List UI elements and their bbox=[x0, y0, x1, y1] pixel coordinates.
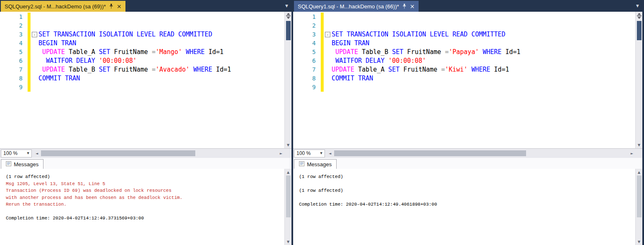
code-line[interactable]: 6 WAITFOR DELAY '00:00:08' bbox=[293, 57, 635, 65]
code-editor[interactable]: 123-SET TRANSACTION ISOLATION LEVEL READ… bbox=[293, 12, 642, 148]
code-line[interactable]: 4BEGIN TRAN bbox=[0, 39, 284, 48]
close-icon[interactable]: × bbox=[117, 3, 122, 9]
scrollbar-thumb[interactable] bbox=[286, 175, 291, 217]
document-tabstrip: SQLQuery2.sql - M...hackDemo (sa (69))* … bbox=[0, 0, 291, 12]
scrollbar-thumb[interactable] bbox=[637, 21, 641, 40]
code-line[interactable]: 7 UPDATE Table_B SET FruitName ='Avacado… bbox=[0, 65, 284, 74]
outline-margin bbox=[324, 39, 332, 48]
scroll-down-arrow[interactable]: ▼ bbox=[285, 142, 291, 148]
scroll-right-arrow[interactable]: ► bbox=[629, 149, 635, 158]
scrollbar-track[interactable] bbox=[285, 40, 291, 142]
scrollbar-track[interactable] bbox=[636, 40, 642, 142]
zoom-selector[interactable]: 100 % ▼ bbox=[294, 150, 325, 157]
code-token: SET TRANSACTION ISOLATION LEVEL READ COM… bbox=[38, 31, 212, 38]
ssms-window: SQLQuery2.sql - M...hackDemo (sa (69))* … bbox=[0, 0, 644, 245]
code-token: WAITFOR DELAY bbox=[335, 57, 384, 64]
code-line[interactable]: 2 bbox=[0, 21, 284, 30]
editor-horizontal-scrollbar[interactable]: ◄ ► bbox=[327, 149, 635, 158]
code-line[interactable]: 8COMMIT TRAN bbox=[293, 74, 635, 83]
code-line[interactable]: 4BEGIN TRAN bbox=[293, 39, 635, 48]
outline-margin bbox=[31, 21, 38, 30]
collapse-region-toggle[interactable]: - bbox=[325, 32, 330, 37]
line-number: 4 bbox=[0, 39, 28, 48]
code-line[interactable]: 5 UPDATE Table_A SET FruitName ='Mango' … bbox=[0, 48, 284, 57]
tab-list-chevron-icon[interactable]: ▼ bbox=[636, 4, 639, 8]
tab-messages[interactable]: Messages bbox=[1, 159, 43, 169]
messages-vertical-scrollbar[interactable]: ▲ ▼ bbox=[284, 169, 291, 245]
zoom-selector[interactable]: 100 % ▼ bbox=[1, 150, 32, 157]
code-line[interactable]: 8COMMIT TRAN bbox=[0, 74, 284, 83]
line-number: 3 bbox=[293, 30, 321, 39]
change-tracking-bar bbox=[321, 48, 324, 57]
code-lines[interactable]: 123-SET TRANSACTION ISOLATION LEVEL READ… bbox=[293, 12, 635, 148]
line-number: 5 bbox=[0, 48, 28, 57]
code-token bbox=[468, 66, 471, 73]
messages-panel: (1 row affected) (1 row affected) Comple… bbox=[293, 169, 642, 245]
outline-margin bbox=[324, 57, 332, 65]
code-line[interactable]: 3-SET TRANSACTION ISOLATION LEVEL READ C… bbox=[0, 30, 284, 39]
scroll-left-arrow[interactable]: ◄ bbox=[33, 149, 40, 158]
code-line[interactable]: 5 UPDATE Table_B SET FruitName ='Papaya'… bbox=[293, 48, 635, 57]
code-line[interactable]: 2 bbox=[293, 21, 635, 30]
scroll-up-arrow[interactable]: ▲ bbox=[285, 169, 291, 175]
splitter-grip-icon[interactable] bbox=[286, 12, 291, 20]
scrollbar-track[interactable] bbox=[40, 149, 278, 158]
code-line[interactable]: 3-SET TRANSACTION ISOLATION LEVEL READ C… bbox=[293, 30, 635, 39]
collapse-region-toggle[interactable]: - bbox=[32, 32, 37, 37]
pin-icon[interactable] bbox=[109, 4, 113, 9]
change-tracking-bar bbox=[321, 65, 324, 74]
document-tabstrip: SQLQuery1.sql - M...hackDemo (sa (66))* … bbox=[293, 0, 642, 12]
editor-bottom-bar: 100 % ▼ ◄ ► bbox=[0, 148, 291, 158]
code-token: '00:00:08' bbox=[388, 57, 426, 64]
tab-list-chevron-icon[interactable]: ▼ bbox=[285, 4, 288, 8]
outline-margin bbox=[31, 65, 38, 74]
pin-icon[interactable] bbox=[402, 4, 406, 9]
messages-vertical-scrollbar[interactable]: ▲ ▼ bbox=[635, 169, 642, 245]
code-line[interactable]: 9 bbox=[293, 83, 635, 92]
code-editor[interactable]: 123-SET TRANSACTION ISOLATION LEVEL READ… bbox=[0, 12, 291, 148]
outline-margin bbox=[324, 65, 332, 74]
document-tab-sqlquery1[interactable]: SQLQuery1.sql - M...hackDemo (sa (66))* … bbox=[294, 1, 419, 12]
query-pane-right: SQLQuery1.sql - M...hackDemo (sa (66))* … bbox=[293, 0, 642, 245]
message-line: (1 row affected) bbox=[6, 173, 284, 181]
code-line[interactable]: 7UPDATE Table_A SET FruitName ='Kiwi' WH… bbox=[293, 65, 635, 74]
close-icon[interactable]: × bbox=[410, 3, 415, 9]
scrollbar-thumb[interactable] bbox=[334, 150, 526, 156]
messages-content: (1 row affected)Msg 1205, Level 13, Stat… bbox=[0, 169, 284, 245]
scroll-down-arrow[interactable]: ▼ bbox=[636, 238, 642, 245]
scrollbar-track[interactable] bbox=[333, 149, 629, 158]
editor-vertical-scrollbar[interactable]: ▼ bbox=[635, 12, 642, 148]
line-number: 6 bbox=[0, 57, 28, 65]
tab-messages[interactable]: Messages bbox=[294, 159, 337, 169]
document-tab-title: SQLQuery1.sql - M...hackDemo (sa (66))* bbox=[298, 3, 399, 10]
editor-vertical-scrollbar[interactable]: ▼ bbox=[284, 12, 291, 148]
code-lines[interactable]: 123-SET TRANSACTION ISOLATION LEVEL READ… bbox=[0, 12, 284, 148]
code-text: BEGIN TRAN bbox=[332, 39, 369, 48]
code-token: = bbox=[445, 48, 449, 56]
scrollbar-thumb[interactable] bbox=[41, 150, 195, 156]
splitter-grip-icon[interactable] bbox=[637, 12, 641, 20]
code-text: SET TRANSACTION ISOLATION LEVEL READ COM… bbox=[332, 30, 505, 39]
code-text: UPDATE Table_A SET FruitName ='Mango' WH… bbox=[38, 48, 224, 57]
editor-horizontal-scrollbar[interactable]: ◄ ► bbox=[33, 149, 284, 158]
scrollbar-track[interactable] bbox=[285, 217, 291, 238]
scrollbar-thumb[interactable] bbox=[637, 175, 641, 217]
scroll-right-arrow[interactable]: ► bbox=[278, 149, 284, 158]
code-line[interactable]: 9 bbox=[0, 83, 284, 92]
code-line[interactable]: 1 bbox=[0, 13, 284, 21]
scroll-left-arrow[interactable]: ◄ bbox=[327, 149, 333, 158]
message-line: Rerun the transaction. bbox=[6, 201, 284, 208]
scrollbar-track[interactable] bbox=[636, 217, 642, 238]
scrollbar-thumb[interactable] bbox=[286, 21, 291, 40]
line-number: 2 bbox=[293, 21, 321, 30]
code-token: UPDATE bbox=[42, 48, 65, 56]
code-line[interactable]: 1 bbox=[293, 13, 635, 21]
change-tracking-bar bbox=[321, 39, 324, 48]
scroll-down-arrow[interactable]: ▼ bbox=[285, 238, 291, 245]
document-tab-title: SQLQuery2.sql - M...hackDemo (sa (69))* bbox=[5, 3, 106, 10]
code-text: COMMIT TRAN bbox=[38, 74, 80, 83]
scroll-up-arrow[interactable]: ▲ bbox=[636, 169, 642, 175]
document-tab-sqlquery2[interactable]: SQLQuery2.sql - M...hackDemo (sa (69))* … bbox=[1, 1, 125, 12]
scroll-down-arrow[interactable]: ▼ bbox=[636, 142, 642, 148]
code-line[interactable]: 6 WAITFOR DELAY '00:00:08' bbox=[0, 57, 284, 65]
